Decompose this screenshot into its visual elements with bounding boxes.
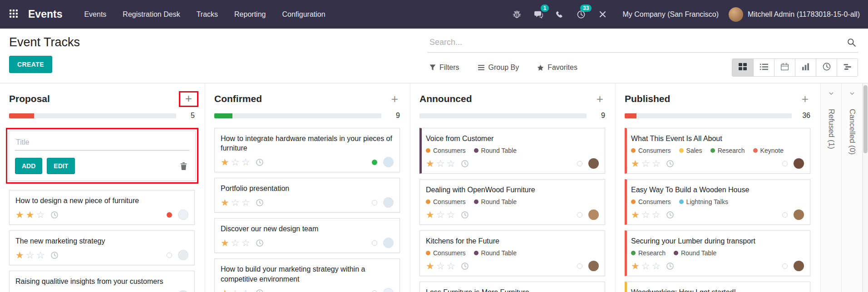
add-record-button-annotated[interactable]: + xyxy=(179,91,198,107)
star-icon[interactable]: ☆ xyxy=(231,238,240,248)
kanban-card-portfolio-presentation[interactable]: Portfolio presentation★☆☆ xyxy=(214,178,400,213)
add-record-button[interactable]: + xyxy=(595,93,605,105)
star-icon[interactable]: ★ xyxy=(26,210,35,219)
kanban-card-how-to-design-a-new-piece-of-furniture[interactable]: How to design a new piece of furniture★★… xyxy=(9,190,195,225)
app-brand[interactable]: Events xyxy=(28,8,62,20)
star-icon[interactable]: ★ xyxy=(221,198,229,207)
progress-segment[interactable] xyxy=(625,113,636,118)
star-icon[interactable]: ★ xyxy=(221,157,229,167)
kanban-status-dot[interactable] xyxy=(782,212,788,218)
activity-clock-icon[interactable] xyxy=(461,211,469,219)
kanban-status-dot[interactable] xyxy=(372,240,377,246)
kanban-card-what-this-event-is-all-about[interactable]: What This Event Is All AboutConsumersSal… xyxy=(625,128,810,174)
search-bar[interactable]: Search... xyxy=(428,34,858,53)
add-record-button[interactable]: + xyxy=(390,93,400,105)
star-icon[interactable]: ★ xyxy=(631,159,640,168)
column-progress-bar[interactable] xyxy=(625,113,792,118)
star-icon[interactable]: ☆ xyxy=(242,288,250,292)
menu-item-tracks[interactable]: Tracks xyxy=(188,0,226,29)
kanban-card-raising-qualitive-insights-from-your-customers[interactable]: Raising qualitive insights from your cus… xyxy=(9,271,195,292)
quick-create-edit-button[interactable]: EDIT xyxy=(47,158,75,174)
column-progress-bar[interactable] xyxy=(214,113,381,118)
kanban-status-dot[interactable] xyxy=(372,200,377,205)
star-icon[interactable]: ☆ xyxy=(641,261,650,271)
kanban-card-the-new-marketing-strategy[interactable]: The new marketing strategy★☆☆ xyxy=(9,230,195,265)
assignee-avatar[interactable] xyxy=(383,197,394,208)
company-switcher[interactable]: My Company (San Francisco) xyxy=(622,10,719,19)
create-button[interactable]: CREATE xyxy=(9,56,52,73)
activity-clock-icon[interactable] xyxy=(256,289,264,292)
kanban-status-dot[interactable] xyxy=(167,212,172,218)
star-icon[interactable]: ★ xyxy=(426,261,434,271)
star-icon[interactable]: ★ xyxy=(631,210,640,219)
assignee-avatar[interactable] xyxy=(383,238,394,248)
menu-item-events[interactable]: Events xyxy=(76,0,114,29)
star-icon[interactable]: ☆ xyxy=(231,288,240,292)
star-icon[interactable]: ☆ xyxy=(242,157,250,167)
star-icon[interactable]: ☆ xyxy=(447,210,455,219)
activity-clock-icon[interactable]: 33 xyxy=(570,7,592,22)
star-icon[interactable]: ☆ xyxy=(231,198,240,207)
star-icon[interactable]: ☆ xyxy=(447,159,455,168)
assignee-avatar[interactable] xyxy=(588,158,599,169)
scrollbar-thumb[interactable] xyxy=(863,85,868,153)
bug-icon[interactable] xyxy=(506,7,528,22)
star-icon[interactable]: ☆ xyxy=(36,210,45,219)
assignee-avatar[interactable] xyxy=(794,209,804,220)
menu-item-reporting[interactable]: Reporting xyxy=(226,0,274,29)
assignee-avatar[interactable] xyxy=(178,250,188,260)
kanban-status-dot[interactable] xyxy=(577,212,582,218)
activity-clock-icon[interactable] xyxy=(461,262,469,270)
kanban-view-button[interactable] xyxy=(732,59,753,76)
favorites-button[interactable]: Favorites xyxy=(537,63,577,72)
add-record-button[interactable]: + xyxy=(800,93,810,105)
user-menu[interactable]: Mitchell Admin (11783018-15-0-all) xyxy=(729,7,860,22)
calendar-view-button[interactable] xyxy=(774,59,795,76)
phone-icon[interactable] xyxy=(549,7,570,22)
quick-create-add-button[interactable]: ADD xyxy=(15,158,42,174)
activity-clock-icon[interactable] xyxy=(666,211,674,219)
column-progress-bar[interactable] xyxy=(419,113,587,118)
star-icon[interactable]: ★ xyxy=(15,210,24,219)
star-icon[interactable]: ☆ xyxy=(436,261,445,271)
star-icon[interactable]: ☆ xyxy=(242,198,250,207)
quick-create-title-input[interactable] xyxy=(15,137,189,151)
kanban-card-how-to-build-your-marketing-strategy-within-a-competitive-environment[interactable]: How to build your marketing strategy wit… xyxy=(214,258,400,292)
assignee-avatar[interactable] xyxy=(178,290,188,292)
search-icon[interactable] xyxy=(847,38,856,47)
kanban-status-dot[interactable] xyxy=(577,263,582,269)
progress-segment[interactable] xyxy=(214,113,232,118)
kanban-card-how-to-integrate-hardware-materials-in-your-pieces-of-furniture[interactable]: How to integrate hardware materials in y… xyxy=(214,128,400,172)
kanban-status-dot[interactable] xyxy=(372,290,377,292)
star-icon[interactable]: ☆ xyxy=(26,250,35,260)
folded-column-refused-1[interactable]: Refused (1) xyxy=(821,83,842,292)
kanban-status-dot[interactable] xyxy=(782,263,788,269)
folded-column-cancelled-0[interactable]: Cancelled (0) xyxy=(842,83,863,292)
kanban-card-easy-way-to-build-a-wooden-house[interactable]: Easy Way To Build a Wooden HouseConsumer… xyxy=(625,179,810,225)
star-icon[interactable]: ★ xyxy=(426,159,434,168)
vertical-scrollbar[interactable] xyxy=(863,83,868,292)
chat-icon[interactable]: 1 xyxy=(528,7,549,22)
kanban-card-securing-your-lumber-during-transport[interactable]: Securing your Lumber during transportRes… xyxy=(625,230,810,276)
assignee-avatar[interactable] xyxy=(794,158,804,169)
menu-item-configuration[interactable]: Configuration xyxy=(274,0,333,29)
kanban-status-dot[interactable] xyxy=(167,253,172,258)
star-icon[interactable]: ☆ xyxy=(652,159,661,168)
kanban-card-discover-our-new-design-team[interactable]: Discover our new design team★☆☆ xyxy=(214,218,400,253)
star-icon[interactable]: ☆ xyxy=(436,159,445,168)
assignee-avatar[interactable] xyxy=(383,157,394,167)
chart-view-button[interactable] xyxy=(795,59,816,76)
activity-clock-icon[interactable] xyxy=(256,158,264,166)
star-icon[interactable]: ★ xyxy=(426,210,434,219)
kanban-card-dealing-with-openwood-furniture[interactable]: Dealing with OpenWood FurnitureConsumers… xyxy=(419,179,605,225)
activity-clock-icon[interactable] xyxy=(50,211,59,219)
kanban-card-less-furniture-is-more-furniture[interactable]: Less Furniture is More Furniture xyxy=(419,282,605,292)
filters-button[interactable]: Filters xyxy=(429,63,459,72)
list-view-button[interactable] xyxy=(753,59,774,76)
group-by-button[interactable]: Group By xyxy=(478,63,519,72)
star-icon[interactable]: ☆ xyxy=(641,210,650,219)
apps-menu-button[interactable] xyxy=(0,0,27,29)
kanban-card-voice-from-customer[interactable]: Voice from CustomerConsumersRound Table★… xyxy=(419,128,605,174)
activity-clock-icon[interactable] xyxy=(256,239,264,247)
star-icon[interactable]: ☆ xyxy=(447,261,455,271)
